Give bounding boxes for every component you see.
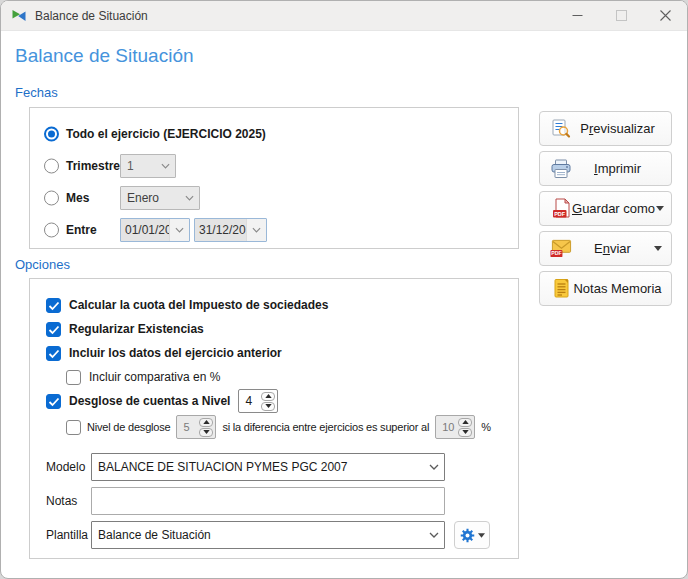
notas-memoria-button[interactable]: Notas Memoria [539,271,672,306]
app-logo-icon [11,8,27,24]
plantilla-settings-button[interactable] [454,521,490,549]
printer-icon [550,158,572,180]
fecha-desde-select[interactable]: 01/01/2025 [120,218,190,242]
checkbox-row: Desglose de cuentas a Nivel 4 [30,389,512,413]
page-title: Balance de Situación [15,45,194,67]
dialog-window: Balance de Situación Balance de Situació… [0,0,688,579]
radio-label: Todo el ejercicio (EJERCICIO 2025) [66,127,266,141]
close-icon [660,10,671,21]
spinner-up-button[interactable] [458,418,472,427]
nivel-desglose-spinner[interactable]: 5 [176,415,216,439]
plantilla-row: Plantilla Balance de Situación [30,521,518,549]
chevron-down-icon [155,155,175,177]
preview-icon [550,118,572,140]
checkbox-incluir-ejercicio-anterior[interactable] [46,346,61,361]
button-label: Guardar como [572,201,655,216]
spinner-value: 10 [442,421,454,433]
checkbox-label: Calcular la cuota del Impuesto de socied… [69,298,328,312]
notes-icon [550,278,572,300]
condition-text: si la diferencia entre ejercicios es sup… [222,421,429,433]
checkbox-label: Regularizar Existencias [69,322,204,336]
opciones-section-label: Opciones [15,257,70,272]
checkbox-row: Calcular la cuota del Impuesto de socied… [30,294,512,316]
notas-label: Notas [46,494,77,508]
spinner-value: 4 [245,394,257,408]
minimize-icon [572,10,583,21]
pdf-icon: PDF [550,198,572,220]
check-icon [48,325,60,335]
mail-pdf-icon: PDF [550,238,572,260]
modelo-row: Modelo BALANCE DE SITUACION PYMES PGC 20… [30,453,518,481]
fechas-section-label: Fechas [15,85,58,100]
spinner-down-button[interactable] [458,428,472,437]
spinner-down-button[interactable] [261,402,275,411]
chevron-down-icon [246,219,266,241]
checkbox-label: Incluir comparativa en % [89,370,220,384]
modelo-value: BALANCE DE SITUACION PYMES PGC 2007 [92,460,424,474]
gear-icon [460,528,475,543]
button-label: Imprimir [572,161,663,176]
radio-trimestre[interactable] [44,159,59,174]
dropdown-arrow-icon[interactable] [655,206,665,211]
percent-sign: % [481,421,491,433]
fechas-groupbox: Todo el ejercicio (EJERCICIO 2025) Trime… [29,107,519,249]
opciones-groupbox: Calcular la cuota del Impuesto de socied… [29,278,519,559]
arrow-down-icon [265,404,272,408]
checkbox-nivel-desglose[interactable] [66,420,81,435]
maximize-button[interactable] [599,1,643,31]
trimestre-select[interactable]: 1 [120,154,176,178]
checkbox-calcular-cuota[interactable] [46,298,61,313]
button-label: Previsualizar [572,121,663,136]
dropdown-arrow-icon[interactable] [653,246,663,251]
radio-entre[interactable] [44,223,59,238]
guardar-como-button[interactable]: PDF Guardar como [539,191,672,226]
plantilla-select[interactable]: Balance de Situación [91,521,445,549]
button-label: Notas Memoria [572,281,663,296]
fecha-hasta-value: 31/12/2025 [195,223,246,237]
checkbox-regularizar-existencias[interactable] [46,322,61,337]
checkbox-label: Nivel de desglose [87,421,170,433]
radio-label: Mes [66,191,89,205]
mes-select[interactable]: Enero [120,186,200,210]
plantilla-value: Balance de Situación [92,528,424,542]
checkbox-label: Desglose de cuentas a Nivel [69,394,230,408]
maximize-icon [616,10,627,21]
spinner-up-button[interactable] [199,418,213,427]
modelo-select[interactable]: BALANCE DE SITUACION PYMES PGC 2007 [91,453,445,481]
button-label: Enviar [572,241,653,256]
spinner-down-button[interactable] [199,428,213,437]
fecha-hasta-select[interactable]: 31/12/2025 [194,218,267,242]
porcentaje-spinner[interactable]: 10 [435,415,475,439]
imprimir-button[interactable]: Imprimir [539,151,672,186]
window-title: Balance de Situación [35,9,148,23]
modelo-label: Modelo [46,460,85,474]
arrow-down-icon [203,430,210,434]
minimize-button[interactable] [555,1,599,31]
radio-todo-el-ejercicio[interactable] [44,127,59,142]
fecha-desde-value: 01/01/2025 [121,223,169,237]
trimestre-value: 1 [121,159,155,173]
close-button[interactable] [643,1,687,31]
titlebar: Balance de Situación [1,1,687,31]
enviar-button[interactable]: PDF Enviar [539,231,672,266]
checkbox-row: Regularizar Existencias [30,318,512,340]
checkbox-incluir-comparativa[interactable] [66,370,81,385]
nivel-spinner[interactable]: 4 [238,389,278,413]
radio-label: Trimestre [66,159,120,173]
checkbox-desglose-cuentas[interactable] [46,394,61,409]
spinner-value: 5 [183,421,195,433]
dropdown-arrow-icon[interactable] [478,533,485,538]
chevron-down-icon [424,454,444,480]
checkbox-label: Incluir los datos del ejercicio anterior [69,346,282,360]
check-icon [48,301,60,311]
radio-label: Entre [66,223,97,237]
chevron-down-icon [424,522,444,548]
mes-value: Enero [121,191,179,205]
radio-mes[interactable] [44,191,59,206]
check-icon [48,349,60,359]
arrow-down-icon [462,430,469,434]
spinner-up-button[interactable] [261,392,275,401]
notas-input[interactable] [91,487,445,515]
previsualizar-button[interactable]: Previsualizar [539,111,672,146]
arrow-up-icon [462,420,469,424]
